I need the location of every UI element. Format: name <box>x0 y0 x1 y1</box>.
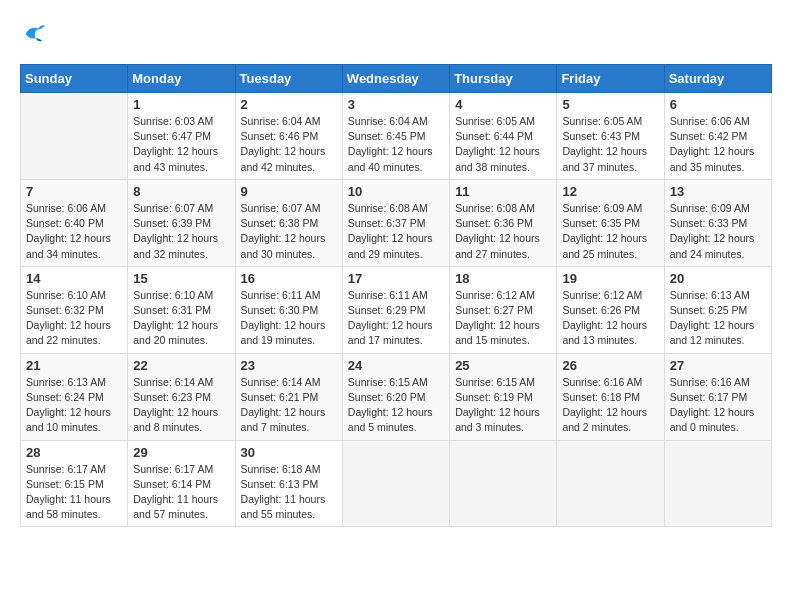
day-number: 14 <box>26 271 122 286</box>
calendar-cell <box>450 440 557 527</box>
day-number: 26 <box>562 358 658 373</box>
day-number: 7 <box>26 184 122 199</box>
calendar-cell: 27Sunrise: 6:16 AMSunset: 6:17 PMDayligh… <box>664 353 771 440</box>
day-number: 17 <box>348 271 444 286</box>
day-info: Sunrise: 6:04 AMSunset: 6:46 PMDaylight:… <box>241 114 337 175</box>
day-info: Sunrise: 6:15 AMSunset: 6:20 PMDaylight:… <box>348 375 444 436</box>
calendar-cell: 7Sunrise: 6:06 AMSunset: 6:40 PMDaylight… <box>21 179 128 266</box>
weekday-header-monday: Monday <box>128 65 235 93</box>
calendar-cell: 28Sunrise: 6:17 AMSunset: 6:15 PMDayligh… <box>21 440 128 527</box>
logo <box>20 20 52 48</box>
calendar-cell: 22Sunrise: 6:14 AMSunset: 6:23 PMDayligh… <box>128 353 235 440</box>
day-info: Sunrise: 6:16 AMSunset: 6:18 PMDaylight:… <box>562 375 658 436</box>
day-number: 19 <box>562 271 658 286</box>
calendar-cell <box>342 440 449 527</box>
calendar-cell: 5Sunrise: 6:05 AMSunset: 6:43 PMDaylight… <box>557 93 664 180</box>
day-info: Sunrise: 6:03 AMSunset: 6:47 PMDaylight:… <box>133 114 229 175</box>
day-info: Sunrise: 6:05 AMSunset: 6:43 PMDaylight:… <box>562 114 658 175</box>
day-info: Sunrise: 6:04 AMSunset: 6:45 PMDaylight:… <box>348 114 444 175</box>
calendar-week-row: 21Sunrise: 6:13 AMSunset: 6:24 PMDayligh… <box>21 353 772 440</box>
calendar-cell: 17Sunrise: 6:11 AMSunset: 6:29 PMDayligh… <box>342 266 449 353</box>
day-info: Sunrise: 6:14 AMSunset: 6:23 PMDaylight:… <box>133 375 229 436</box>
day-info: Sunrise: 6:17 AMSunset: 6:15 PMDaylight:… <box>26 462 122 523</box>
calendar-cell: 11Sunrise: 6:08 AMSunset: 6:36 PMDayligh… <box>450 179 557 266</box>
calendar-cell: 4Sunrise: 6:05 AMSunset: 6:44 PMDaylight… <box>450 93 557 180</box>
weekday-header-tuesday: Tuesday <box>235 65 342 93</box>
day-info: Sunrise: 6:14 AMSunset: 6:21 PMDaylight:… <box>241 375 337 436</box>
calendar-cell: 21Sunrise: 6:13 AMSunset: 6:24 PMDayligh… <box>21 353 128 440</box>
day-info: Sunrise: 6:08 AMSunset: 6:36 PMDaylight:… <box>455 201 551 262</box>
calendar-cell: 20Sunrise: 6:13 AMSunset: 6:25 PMDayligh… <box>664 266 771 353</box>
calendar-week-row: 28Sunrise: 6:17 AMSunset: 6:15 PMDayligh… <box>21 440 772 527</box>
day-info: Sunrise: 6:05 AMSunset: 6:44 PMDaylight:… <box>455 114 551 175</box>
weekday-header-thursday: Thursday <box>450 65 557 93</box>
day-number: 22 <box>133 358 229 373</box>
day-info: Sunrise: 6:18 AMSunset: 6:13 PMDaylight:… <box>241 462 337 523</box>
calendar-cell: 6Sunrise: 6:06 AMSunset: 6:42 PMDaylight… <box>664 93 771 180</box>
day-info: Sunrise: 6:09 AMSunset: 6:33 PMDaylight:… <box>670 201 766 262</box>
day-number: 21 <box>26 358 122 373</box>
calendar-cell <box>557 440 664 527</box>
day-number: 6 <box>670 97 766 112</box>
day-number: 1 <box>133 97 229 112</box>
day-info: Sunrise: 6:12 AMSunset: 6:27 PMDaylight:… <box>455 288 551 349</box>
day-info: Sunrise: 6:10 AMSunset: 6:31 PMDaylight:… <box>133 288 229 349</box>
day-info: Sunrise: 6:06 AMSunset: 6:40 PMDaylight:… <box>26 201 122 262</box>
day-number: 13 <box>670 184 766 199</box>
day-info: Sunrise: 6:11 AMSunset: 6:30 PMDaylight:… <box>241 288 337 349</box>
calendar-cell: 30Sunrise: 6:18 AMSunset: 6:13 PMDayligh… <box>235 440 342 527</box>
calendar-cell: 29Sunrise: 6:17 AMSunset: 6:14 PMDayligh… <box>128 440 235 527</box>
calendar-cell: 14Sunrise: 6:10 AMSunset: 6:32 PMDayligh… <box>21 266 128 353</box>
day-info: Sunrise: 6:15 AMSunset: 6:19 PMDaylight:… <box>455 375 551 436</box>
day-number: 15 <box>133 271 229 286</box>
day-number: 2 <box>241 97 337 112</box>
calendar-header: SundayMondayTuesdayWednesdayThursdayFrid… <box>21 65 772 93</box>
day-number: 20 <box>670 271 766 286</box>
logo-bird-icon <box>20 20 48 48</box>
day-info: Sunrise: 6:09 AMSunset: 6:35 PMDaylight:… <box>562 201 658 262</box>
weekday-header-sunday: Sunday <box>21 65 128 93</box>
day-info: Sunrise: 6:12 AMSunset: 6:26 PMDaylight:… <box>562 288 658 349</box>
day-number: 29 <box>133 445 229 460</box>
calendar-cell: 13Sunrise: 6:09 AMSunset: 6:33 PMDayligh… <box>664 179 771 266</box>
calendar-week-row: 1Sunrise: 6:03 AMSunset: 6:47 PMDaylight… <box>21 93 772 180</box>
calendar-cell: 18Sunrise: 6:12 AMSunset: 6:27 PMDayligh… <box>450 266 557 353</box>
calendar-cell: 26Sunrise: 6:16 AMSunset: 6:18 PMDayligh… <box>557 353 664 440</box>
day-number: 25 <box>455 358 551 373</box>
day-number: 28 <box>26 445 122 460</box>
day-number: 9 <box>241 184 337 199</box>
day-info: Sunrise: 6:17 AMSunset: 6:14 PMDaylight:… <box>133 462 229 523</box>
day-number: 12 <box>562 184 658 199</box>
weekday-header-wednesday: Wednesday <box>342 65 449 93</box>
day-info: Sunrise: 6:16 AMSunset: 6:17 PMDaylight:… <box>670 375 766 436</box>
day-info: Sunrise: 6:06 AMSunset: 6:42 PMDaylight:… <box>670 114 766 175</box>
calendar-cell: 2Sunrise: 6:04 AMSunset: 6:46 PMDaylight… <box>235 93 342 180</box>
calendar-cell <box>664 440 771 527</box>
calendar-cell: 24Sunrise: 6:15 AMSunset: 6:20 PMDayligh… <box>342 353 449 440</box>
day-number: 5 <box>562 97 658 112</box>
calendar-cell <box>21 93 128 180</box>
day-info: Sunrise: 6:07 AMSunset: 6:39 PMDaylight:… <box>133 201 229 262</box>
day-number: 23 <box>241 358 337 373</box>
day-info: Sunrise: 6:13 AMSunset: 6:25 PMDaylight:… <box>670 288 766 349</box>
calendar-cell: 15Sunrise: 6:10 AMSunset: 6:31 PMDayligh… <box>128 266 235 353</box>
calendar-cell: 9Sunrise: 6:07 AMSunset: 6:38 PMDaylight… <box>235 179 342 266</box>
day-info: Sunrise: 6:10 AMSunset: 6:32 PMDaylight:… <box>26 288 122 349</box>
calendar-cell: 3Sunrise: 6:04 AMSunset: 6:45 PMDaylight… <box>342 93 449 180</box>
day-info: Sunrise: 6:07 AMSunset: 6:38 PMDaylight:… <box>241 201 337 262</box>
calendar-cell: 19Sunrise: 6:12 AMSunset: 6:26 PMDayligh… <box>557 266 664 353</box>
day-number: 10 <box>348 184 444 199</box>
day-number: 24 <box>348 358 444 373</box>
calendar-cell: 25Sunrise: 6:15 AMSunset: 6:19 PMDayligh… <box>450 353 557 440</box>
page-header <box>20 20 772 48</box>
day-number: 30 <box>241 445 337 460</box>
calendar-cell: 16Sunrise: 6:11 AMSunset: 6:30 PMDayligh… <box>235 266 342 353</box>
calendar-cell: 10Sunrise: 6:08 AMSunset: 6:37 PMDayligh… <box>342 179 449 266</box>
weekday-header-saturday: Saturday <box>664 65 771 93</box>
calendar-cell: 23Sunrise: 6:14 AMSunset: 6:21 PMDayligh… <box>235 353 342 440</box>
calendar-cell: 12Sunrise: 6:09 AMSunset: 6:35 PMDayligh… <box>557 179 664 266</box>
day-info: Sunrise: 6:11 AMSunset: 6:29 PMDaylight:… <box>348 288 444 349</box>
calendar-week-row: 14Sunrise: 6:10 AMSunset: 6:32 PMDayligh… <box>21 266 772 353</box>
day-number: 27 <box>670 358 766 373</box>
day-info: Sunrise: 6:13 AMSunset: 6:24 PMDaylight:… <box>26 375 122 436</box>
